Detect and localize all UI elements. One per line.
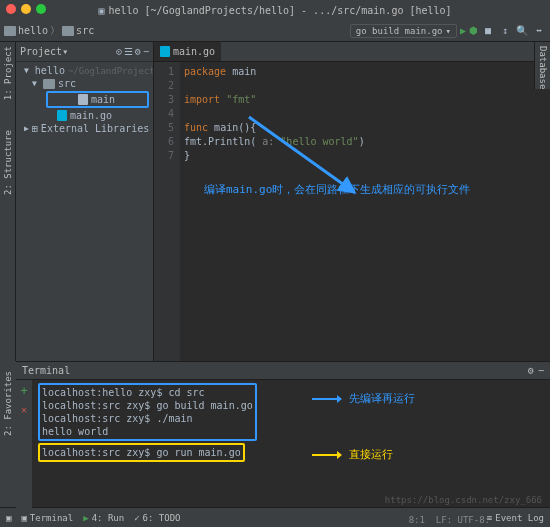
breadcrumb[interactable]: hello 〉 src [4,24,94,38]
annotation-label-2: 直接运行 [312,448,393,461]
annotation-callout-1: 编译main.go时，会在同路径下生成相应的可执行文件 [204,182,470,197]
editor-area: main.go 1 2 3 4 5 6 7 package main impor… [154,42,550,361]
status-event-log[interactable]: ≡ Event Log [487,513,544,523]
chevron-icon: 〉 [50,24,60,38]
annotation-label-1: 先编译再运行 [312,392,415,405]
project-tab[interactable]: 1: Project [3,46,13,100]
tree-root[interactable]: ▼ hello ~/GoglandProjects/hel [16,64,153,77]
terminal-title: Terminal [22,365,70,376]
run-config-selector[interactable]: go build main.go ▾ [350,24,457,38]
terminal-toolbar: + ✕ [16,380,32,508]
database-tab[interactable]: Database [538,46,548,89]
run-config-label: go build main.go [356,26,443,36]
tree-main-binary[interactable]: main [46,91,149,108]
tree-src[interactable]: ▼ src [16,77,153,90]
bottom-left-sidebar: 2: Favorites [0,361,16,507]
terminal-header: Terminal ⚙ − [16,362,550,380]
project-tree: ▼ hello ~/GoglandProjects/hel ▼ src main… [16,62,153,137]
right-sidebar: Database [534,42,550,89]
stop-button[interactable]: ■ [481,25,495,36]
go-file-icon [57,110,67,121]
expand-icon[interactable]: ▼ [32,79,40,88]
app-icon: ▣ [98,5,104,16]
project-panel: Project ▾ ⊙ ☰ ⚙ − ▼ hello ~/GoglandProje… [16,42,154,361]
toolbar-icon[interactable]: ↕ [498,25,512,36]
title-bar: ▣ hello [~/GoglandProjects/hello] - .../… [0,0,550,20]
collapse-icon[interactable]: ⊙ [116,46,122,57]
file-icon [78,94,88,105]
chevron-down-icon: ▾ [446,26,451,36]
terminal-icon: ▣ [21,513,26,523]
editor-tabs: main.go [154,42,550,62]
structure-tab[interactable]: 2: Structure [3,130,13,195]
breadcrumb-2[interactable]: src [76,25,94,36]
breadcrumb-1[interactable]: hello [18,25,48,36]
chevron-down-icon[interactable]: ▾ [62,46,68,57]
annotation-box-compile: localhost:hello zxy$ cd src localhost:sr… [38,383,257,441]
folder-icon [4,26,16,36]
editor-tab-main-go[interactable]: main.go [154,42,221,61]
toolbar-icon[interactable]: ⬌ [532,25,546,36]
watermark: https://blog.csdn.net/zxy_666 [385,495,542,505]
terminal-panel: Terminal ⚙ − + ✕ localhost:hello zxy$ cd… [16,361,550,507]
status-run[interactable]: ▶ 4: Run [83,513,124,523]
favorites-tab[interactable]: 2: Favorites [3,371,13,436]
annotation-box-run: localhost:src zxy$ go run main.go [38,443,245,462]
minimize-window-icon[interactable] [21,4,31,14]
folder-icon [62,26,74,36]
close-window-icon[interactable] [6,4,16,14]
left-sidebar: 1: Project 2: Structure [0,42,16,361]
toolbar: hello 〉 src go build main.go ▾ ▶ ⬢ ■ ↕ 🔍… [0,20,550,42]
status-corner-icon[interactable]: ▣ [6,513,11,523]
hide-icon[interactable]: − [538,365,544,376]
expand-icon[interactable]: ▼ [24,66,29,75]
settings-icon[interactable]: ☰ [124,46,133,57]
search-icon[interactable]: 🔍 [515,25,529,36]
maximize-window-icon[interactable] [36,4,46,14]
close-tab-icon[interactable]: ✕ [21,404,27,415]
status-cursor-pos: 8:1 LF: UTF-8: [409,515,490,525]
status-todo[interactable]: ✓ 6: TODO [134,513,180,523]
debug-button[interactable]: ⬢ [469,25,478,36]
play-icon: ▶ [83,513,88,523]
editor-content[interactable]: 1 2 3 4 5 6 7 package main import "fmt" … [154,62,550,361]
terminal-content[interactable]: localhost:hello zxy$ cd src localhost:sr… [32,380,550,508]
line-gutter: 1 2 3 4 5 6 7 [154,62,180,361]
code-area[interactable]: package main import "fmt" func main(){ f… [180,62,550,361]
hide-icon[interactable]: − [143,46,149,57]
todo-icon: ✓ [134,513,139,523]
gear-icon[interactable]: ⚙ [528,365,534,376]
window-controls[interactable] [6,4,46,14]
library-icon: ⊞ [32,123,38,134]
tree-ext-lib[interactable]: ▶ ⊞ External Libraries [16,122,153,135]
add-tab-icon[interactable]: + [20,384,27,398]
panel-title: Project [20,46,62,57]
expand-icon[interactable]: ▶ [24,124,29,133]
status-terminal[interactable]: ▣ Terminal [21,513,73,523]
run-button[interactable]: ▶ [460,25,466,36]
project-panel-header: Project ▾ ⊙ ☰ ⚙ − [16,42,153,62]
go-file-icon [160,46,170,57]
window-title: hello [~/GoglandProjects/hello] - .../sr… [108,5,451,16]
tree-main-go[interactable]: main.go [16,109,153,122]
folder-icon [43,79,55,89]
gear-icon[interactable]: ⚙ [135,46,141,57]
